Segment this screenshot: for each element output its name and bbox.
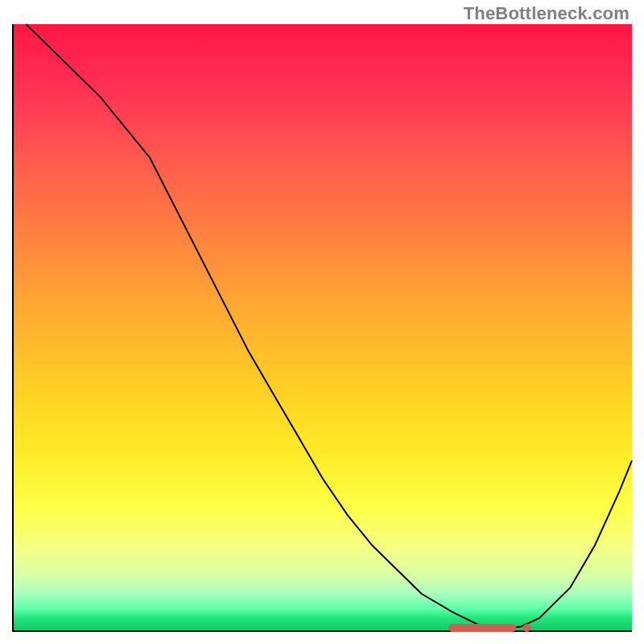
bottleneck-curve-line (26, 24, 632, 629)
chart-plot-area (12, 24, 632, 632)
optimal-band-end-dot (522, 624, 530, 632)
watermark-text: TheBottleneck.com (464, 3, 630, 24)
chart-svg (14, 24, 632, 630)
optimal-band-start-dot (448, 624, 456, 632)
